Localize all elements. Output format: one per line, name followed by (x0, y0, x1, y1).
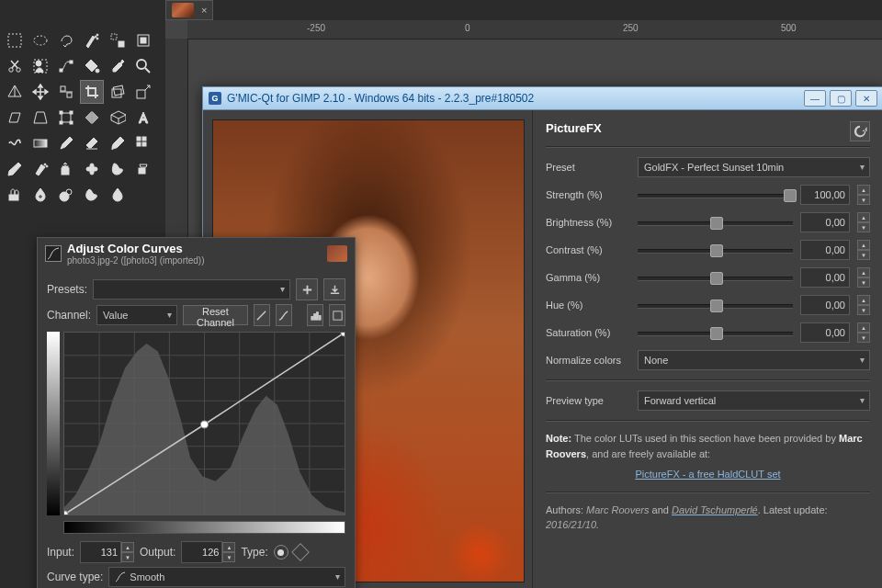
refresh-button[interactable] (850, 121, 870, 141)
param-slider[interactable] (638, 243, 793, 257)
preview-type-combo[interactable]: Forward vertical (638, 390, 870, 411)
param-down[interactable]: ▼ (857, 305, 870, 315)
channel-combo[interactable]: Value (96, 305, 177, 325)
param-slider[interactable] (638, 270, 793, 285)
lasso-tool[interactable] (54, 28, 78, 52)
align-tool[interactable] (54, 80, 78, 104)
perspective-tool[interactable] (28, 106, 52, 130)
param-value[interactable]: 0,00 (800, 212, 850, 232)
minimize-button[interactable]: — (804, 90, 826, 107)
svg-rect-39 (9, 195, 18, 200)
param-slider[interactable] (638, 215, 793, 230)
input-value-field[interactable] (80, 541, 121, 563)
normalize-combo[interactable]: None (638, 350, 870, 370)
shear-tool[interactable] (3, 106, 27, 130)
by-color-select-tool[interactable] (106, 28, 130, 52)
airbrush-tool[interactable] (28, 157, 52, 181)
input-down[interactable]: ▼ (121, 552, 134, 562)
drop-tool[interactable] (106, 183, 130, 207)
save-preset-button[interactable] (323, 278, 345, 300)
eraser-tool[interactable] (80, 131, 104, 155)
param-label: Saturation (%) (546, 327, 630, 338)
curve-only-button[interactable] (329, 304, 345, 326)
param-slider[interactable] (638, 187, 793, 202)
maximize-button[interactable]: ▢ (830, 90, 852, 107)
curves-header[interactable]: Adjust Color Curves photo3.jpg-2 ([photo… (38, 238, 355, 269)
param-down[interactable]: ▼ (857, 222, 870, 232)
reset-channel-button[interactable]: Reset Channel (183, 305, 248, 325)
param-value[interactable]: 0,00 (800, 240, 850, 260)
text-tool[interactable] (131, 106, 155, 130)
author-link[interactable]: David Tschumperlé (672, 504, 758, 515)
linear-histogram-button[interactable] (254, 304, 270, 326)
param-up[interactable]: ▲ (857, 185, 870, 195)
burn-tool[interactable] (80, 183, 104, 207)
param-value[interactable]: 0,00 (800, 322, 850, 343)
bucket-fill-tool[interactable] (80, 54, 104, 78)
cage-tool[interactable] (106, 106, 130, 130)
type-corner-radio[interactable] (291, 543, 310, 561)
curve-plot[interactable] (63, 332, 345, 515)
pattern-tool[interactable] (131, 131, 155, 155)
presets-combo[interactable] (93, 279, 290, 300)
param-value[interactable]: 0,00 (800, 295, 850, 315)
param-slider[interactable] (638, 325, 793, 340)
curve-type-combo[interactable]: Smooth (108, 567, 345, 587)
mypaint-brush-tool[interactable] (3, 183, 27, 207)
pencil-tool[interactable] (54, 131, 78, 155)
fuzzy-select-tool[interactable] (80, 28, 104, 52)
param-up[interactable]: ▲ (857, 267, 870, 277)
param-slider[interactable] (638, 298, 793, 312)
close-tab-icon[interactable]: × (201, 5, 207, 16)
param-up[interactable]: ▲ (857, 240, 870, 250)
warp-tool[interactable] (3, 131, 27, 155)
foreground-select-tool[interactable] (28, 54, 52, 78)
crop-tool[interactable] (80, 80, 104, 104)
flip-tool[interactable] (80, 106, 104, 130)
add-preset-button[interactable] (296, 278, 318, 300)
crop-tool-alt[interactable] (131, 28, 155, 52)
scissors-tool[interactable] (3, 54, 27, 78)
rect-select-tool[interactable] (3, 28, 27, 52)
perspective-clone-tool[interactable] (131, 157, 155, 181)
param-down[interactable]: ▼ (857, 250, 870, 260)
dodge-tool[interactable] (54, 183, 78, 207)
output-value-field[interactable] (181, 541, 222, 563)
param-down[interactable]: ▼ (857, 195, 870, 205)
histogram-button[interactable] (307, 304, 323, 326)
zoom-tool[interactable] (131, 54, 155, 78)
clone-tool[interactable] (54, 157, 78, 181)
ink-tool[interactable] (3, 157, 27, 181)
paintbrush-tool[interactable] (106, 131, 130, 155)
param-down[interactable]: ▼ (857, 333, 870, 343)
color-picker-tool[interactable] (106, 54, 130, 78)
scale-tool[interactable] (131, 80, 155, 104)
param-up[interactable]: ▲ (857, 212, 870, 222)
param-value[interactable]: 100,00 (800, 185, 850, 205)
measure-tool[interactable] (3, 80, 27, 104)
move-tool[interactable] (28, 80, 52, 104)
log-histogram-button[interactable] (276, 304, 292, 326)
picturefx-link[interactable]: PictureFX - a free HaldCLUT set (546, 467, 870, 482)
ellipse-select-tool[interactable] (28, 28, 52, 52)
blur-tool[interactable] (28, 183, 52, 207)
unified-transform-tool[interactable] (54, 106, 78, 130)
rotate-tool[interactable] (106, 80, 130, 104)
param-up[interactable]: ▲ (857, 322, 870, 333)
curves-thumb (327, 245, 347, 262)
gradient-tool[interactable] (28, 131, 52, 155)
type-smooth-radio[interactable] (274, 545, 288, 560)
output-down[interactable]: ▼ (222, 552, 235, 562)
close-button[interactable]: ✕ (855, 90, 877, 107)
param-value[interactable]: 0,00 (800, 267, 850, 288)
param-up[interactable]: ▲ (857, 295, 870, 305)
smudge-tool[interactable] (106, 157, 130, 181)
paths-tool[interactable] (54, 54, 78, 78)
param-down[interactable]: ▼ (857, 277, 870, 288)
output-up[interactable]: ▲ (222, 542, 235, 552)
document-tab[interactable]: × (165, 0, 213, 20)
heal-tool[interactable] (80, 157, 104, 181)
gmic-titlebar[interactable]: G G'MIC-Qt for GIMP 2.10 - Windows 64 bi… (203, 87, 882, 110)
input-up[interactable]: ▲ (121, 542, 134, 552)
preset-combo[interactable]: GoldFX - Perfect Sunset 10min (638, 157, 870, 177)
